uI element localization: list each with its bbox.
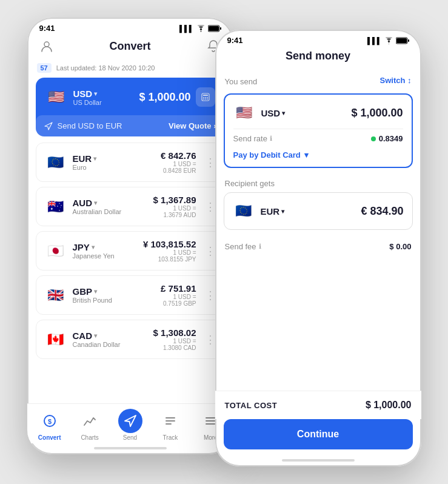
phone-content-right: You send Switch ↕ 🇺🇸 USD ▾ $ 1,000.00 bbox=[215, 69, 421, 391]
rate-amount-4: $ 1,308.02 bbox=[153, 328, 196, 338]
nav-label-convert: Convert bbox=[38, 434, 61, 441]
total-cost-label: TOTAL COST bbox=[225, 401, 278, 410]
three-dots-3[interactable]: ⋮ bbox=[205, 289, 216, 302]
currency-name-1: Australian Dollar bbox=[73, 208, 122, 215]
svg-rect-17 bbox=[165, 423, 172, 425]
rate-sub-4: 1 USD =1.3080 CAD bbox=[153, 338, 196, 351]
you-send-inner: 🇺🇸 USD ▾ $ 1,000.00 bbox=[233, 102, 403, 124]
rate-amount-2: ¥ 103,815.52 bbox=[143, 239, 196, 249]
svg-point-21 bbox=[389, 44, 389, 44]
nav-item-charts[interactable]: Charts bbox=[70, 409, 110, 441]
pay-method-label: Pay by Debit Card bbox=[233, 150, 301, 160]
view-quote-btn[interactable]: View Quote › bbox=[169, 121, 216, 130]
svg-rect-12 bbox=[207, 99, 208, 100]
you-send-amount: $ 1,000.00 bbox=[351, 107, 403, 119]
three-dots-1[interactable]: ⋮ bbox=[205, 200, 216, 213]
flag-0: 🇪🇺 bbox=[45, 152, 67, 173]
you-send-currency-left: 🇺🇸 USD ▾ bbox=[233, 102, 286, 124]
svg-rect-10 bbox=[203, 99, 204, 100]
main-currency-left: 🇺🇸 USD ▾ US Dollar bbox=[45, 86, 102, 108]
profile-icon[interactable] bbox=[38, 38, 55, 55]
currency-list-item[interactable]: 🇯🇵 JPY ▾ Japanese Yen ¥ 103,815.52 1 USD… bbox=[36, 231, 225, 271]
main-currency-amount: $ 1,000.00 bbox=[139, 91, 190, 104]
nav-item-send[interactable]: Send bbox=[110, 409, 150, 441]
you-send-card[interactable]: 🇺🇸 USD ▾ $ 1,000.00 Send rate ℹ bbox=[224, 93, 413, 168]
currency-code-3: GBP ▾ bbox=[73, 286, 112, 297]
send-fee-info-icon: ℹ bbox=[259, 243, 261, 250]
svg-rect-9 bbox=[207, 97, 208, 98]
three-dots-2[interactable]: ⋮ bbox=[205, 244, 216, 258]
main-flag: 🇺🇸 bbox=[45, 86, 67, 108]
last-updated-bar: 57 Last updated: 18 Nov 2020 10:20 bbox=[36, 61, 225, 78]
svg-text:$: $ bbox=[48, 418, 52, 425]
nav-label-track: Track bbox=[163, 434, 178, 441]
app-title-send: Send money bbox=[286, 50, 350, 62]
rate-sub-1: 1 USD =1.3679 AUD bbox=[153, 205, 196, 218]
currency-code-4: CAD ▾ bbox=[73, 331, 121, 341]
status-bar-left: 9:41 ▌▌▌ bbox=[27, 18, 233, 35]
recipient-gets-label: Recipient gets bbox=[225, 179, 275, 188]
currency-list-item[interactable]: 🇪🇺 EUR ▾ Euro € 842.76 1 USD =0.8428 EUR… bbox=[36, 143, 225, 182]
bottom-nav-left: $ Convert Charts Send bbox=[27, 403, 233, 443]
phone-content-left: 57 Last updated: 18 Nov 2020 10:20 🇺🇸 US… bbox=[27, 61, 233, 403]
currency-left-3: 🇬🇧 GBP ▾ British Pound bbox=[45, 284, 112, 306]
send-bar-label: Send USD to EUR bbox=[58, 121, 122, 130]
nav-icon-charts bbox=[78, 409, 102, 433]
svg-rect-23 bbox=[396, 38, 407, 43]
currency-rate-4: $ 1,308.02 1 USD =1.3080 CAD bbox=[153, 328, 196, 351]
currency-left-2: 🇯🇵 JPY ▾ Japanese Yen bbox=[45, 240, 115, 262]
nav-item-convert[interactable]: $ Convert bbox=[30, 409, 70, 441]
currency-list-item[interactable]: 🇬🇧 GBP ▾ British Pound £ 751.91 1 USD =0… bbox=[36, 275, 225, 315]
recipient-card[interactable]: 🇪🇺 EUR ▾ € 834.90 bbox=[224, 192, 413, 230]
flag-2: 🇯🇵 bbox=[45, 240, 67, 262]
nav-icon-track bbox=[158, 409, 182, 433]
you-send-label: You send bbox=[225, 77, 258, 86]
status-icons-left: ▌▌▌ bbox=[179, 25, 221, 32]
currency-code-1: AUD ▾ bbox=[73, 198, 122, 208]
app-header-left: Convert bbox=[27, 35, 233, 61]
you-send-code: USD ▾ bbox=[261, 108, 286, 118]
wifi-icon-r bbox=[384, 37, 393, 44]
main-currency-row: 🇺🇸 USD ▾ US Dollar $ 1,000.00 bbox=[45, 86, 215, 108]
flag-3: 🇬🇧 bbox=[45, 284, 67, 306]
send-rate-value: 0.8349 bbox=[379, 134, 403, 143]
currency-rate-0: € 842.76 1 USD =0.8428 EUR bbox=[161, 150, 196, 174]
send-bar[interactable]: Send USD to EUR View Quote › bbox=[36, 115, 225, 136]
svg-rect-19 bbox=[206, 420, 215, 422]
currency-list-item[interactable]: 🇨🇦 CAD ▾ Canadian Dollar $ 1,308.02 1 US… bbox=[36, 320, 225, 359]
currency-list-item[interactable]: 🇦🇺 AUD ▾ Australian Dollar $ 1,367.89 1 … bbox=[36, 187, 225, 226]
status-time-left: 9:41 bbox=[39, 24, 55, 33]
recipient-code: EUR ▾ bbox=[261, 206, 285, 217]
currency-left-4: 🇨🇦 CAD ▾ Canadian Dollar bbox=[45, 329, 121, 351]
svg-rect-18 bbox=[206, 417, 215, 418]
currency-info-0: EUR ▾ Euro bbox=[73, 153, 97, 171]
battery-icon-r bbox=[396, 37, 409, 44]
send-rate-row: Send rate ℹ 0.8349 bbox=[233, 129, 403, 146]
nav-item-track[interactable]: Track bbox=[150, 409, 190, 441]
send-rate-label: Send rate ℹ bbox=[233, 134, 272, 143]
calculator-icon[interactable] bbox=[196, 87, 215, 107]
main-currency-card[interactable]: 🇺🇸 USD ▾ US Dollar $ 1,000.00 bbox=[36, 78, 225, 136]
svg-rect-3 bbox=[220, 27, 221, 30]
total-cost-bar: TOTAL COST $ 1,000.00 bbox=[215, 391, 421, 419]
rate-sub-3: 1 USD =0.7519 GBP bbox=[161, 294, 196, 307]
three-dots-0[interactable]: ⋮ bbox=[205, 156, 216, 169]
update-text: Last updated: 18 Nov 2020 10:20 bbox=[56, 64, 155, 72]
currency-rate-3: £ 751.91 1 USD =0.7519 GBP bbox=[161, 283, 196, 307]
you-send-flag: 🇺🇸 bbox=[233, 102, 255, 124]
home-indicator-left bbox=[94, 447, 167, 449]
phone-send-money: 9:41 ▌▌▌ bbox=[215, 30, 421, 466]
total-cost-amount: $ 1,000.00 bbox=[366, 400, 412, 411]
pay-method-row[interactable]: Pay by Debit Card ▾ bbox=[233, 146, 403, 160]
wifi-icon bbox=[196, 25, 206, 32]
rate-green-dot bbox=[371, 136, 376, 141]
currency-rate-2: ¥ 103,815.52 1 USD =103.8155 JPY bbox=[143, 239, 196, 263]
switch-button[interactable]: Switch ↕ bbox=[379, 76, 411, 85]
currency-info-3: GBP ▾ British Pound bbox=[73, 286, 112, 304]
rate-amount-3: £ 751.91 bbox=[161, 283, 196, 294]
three-dots-4[interactable]: ⋮ bbox=[205, 333, 216, 346]
send-fee-label: Send fee ℹ bbox=[225, 242, 261, 251]
pay-method-chevron: ▾ bbox=[304, 150, 309, 160]
main-currency-info: USD ▾ US Dollar bbox=[73, 89, 102, 106]
continue-button[interactable]: Continue bbox=[224, 419, 413, 449]
